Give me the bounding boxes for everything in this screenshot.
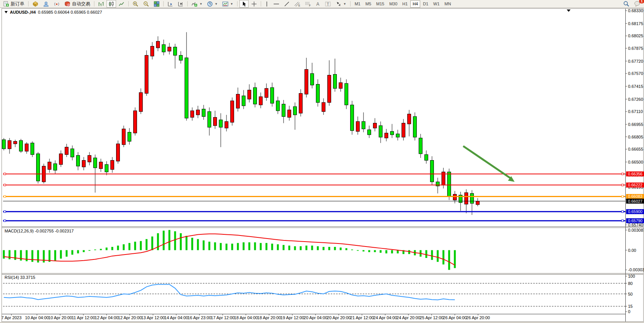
toolbar: 新订单 自动交易 ▼ ▼ ▼ E F A T ▼ — [0, 0, 644, 8]
fibonacci-button[interactable]: F — [303, 0, 313, 8]
tile-windows-button[interactable] — [152, 0, 161, 8]
timeframe-m1[interactable]: M1 — [352, 0, 363, 8]
signal-icon — [54, 1, 60, 7]
dropdown-caret: ▼ — [215, 2, 218, 6]
timeframe-mn[interactable]: MN — [442, 0, 453, 8]
timeframe-m30[interactable]: M30 — [387, 0, 400, 8]
price-axis[interactable] — [625, 9, 644, 313]
chart-title: AUDUSD-,H4 0.65985 0.66064 0.65965 0.660… — [5, 10, 102, 14]
toolbar-separator — [237, 1, 238, 6]
zoom-in-button[interactable] — [131, 0, 140, 8]
vertical-line-button[interactable] — [263, 0, 271, 8]
autotrade-label: 自动交易 — [72, 1, 90, 7]
timeframe-w1[interactable]: W1 — [431, 0, 442, 8]
svg-text:A: A — [316, 2, 319, 7]
autotrade-icon — [64, 1, 70, 7]
chart-window[interactable] — [2, 8, 644, 322]
hline-icon — [273, 1, 279, 7]
add-indicator-button[interactable]: ▼ — [190, 0, 204, 8]
toolbar-separator — [94, 1, 94, 6]
cursor-icon — [241, 1, 247, 7]
chat-unread-badge: 1 — [639, 0, 644, 3]
zoom-out-icon — [143, 1, 149, 7]
market-watch-button[interactable] — [30, 0, 40, 8]
timeframe-d1[interactable]: D1 — [421, 0, 430, 8]
channel-button[interactable]: E — [292, 0, 302, 8]
svg-text:E: E — [298, 4, 300, 7]
signals-button[interactable] — [52, 0, 62, 8]
new-order-button[interactable]: 新订单 — [2, 0, 26, 8]
channel-icon: E — [294, 1, 300, 7]
horizontal-line-button[interactable] — [271, 0, 281, 8]
trading-terminal: 新订单 自动交易 ▼ ▼ ▼ E F A T ▼ — [0, 0, 644, 323]
candlestick-icon — [108, 1, 114, 7]
bar-chart-icon — [98, 1, 104, 7]
cube-icon — [32, 1, 38, 7]
templates-button[interactable]: ▼ — [220, 0, 235, 8]
bar-chart-button[interactable] — [96, 0, 106, 8]
timeframe-m15[interactable]: M15 — [374, 0, 386, 8]
line-chart-button[interactable] — [117, 0, 126, 8]
svg-text:T: T — [327, 2, 329, 6]
crosshair-button[interactable] — [249, 0, 259, 8]
zoom-out-button[interactable] — [141, 0, 151, 8]
fibonacci-icon: F — [305, 1, 311, 7]
trendline-icon — [284, 1, 290, 7]
text-icon: A — [316, 1, 320, 7]
timeframe-h4[interactable]: H4 — [410, 0, 420, 8]
time-axis[interactable] — [2, 314, 625, 322]
toolbar-separator — [187, 1, 188, 6]
crosshair-icon — [251, 1, 257, 7]
rsi-label: RSI(14) 33.3715 — [5, 275, 35, 280]
expert-icon — [43, 1, 49, 7]
timeframe-group: M1M5M15M30H1H4D1W1MN — [352, 0, 453, 8]
trendline-button[interactable] — [282, 0, 292, 8]
dropdown-caret: ▼ — [230, 2, 233, 6]
toolbar-separator — [128, 1, 129, 6]
toolbar-separator — [28, 1, 29, 6]
chart-shift-button[interactable] — [176, 0, 185, 8]
vline-icon — [265, 1, 269, 7]
periods-button[interactable]: ▼ — [205, 0, 220, 8]
autotrade-button[interactable]: 自动交易 — [62, 0, 92, 8]
search-button[interactable] — [621, 0, 631, 8]
chevron-down-icon[interactable] — [5, 11, 8, 13]
chat-button[interactable]: 1 — [632, 0, 642, 8]
template-icon — [222, 1, 228, 7]
add-indicator-icon — [191, 1, 198, 7]
shapes-icon — [336, 1, 341, 7]
chart-symbol-period: AUDUSD-,H4 — [10, 10, 36, 14]
tile-windows-icon — [154, 1, 159, 7]
line-chart-icon — [119, 1, 124, 7]
toolbar-separator — [261, 1, 261, 6]
cursor-button[interactable] — [239, 0, 249, 8]
search-icon — [623, 1, 630, 7]
timeframe-h1[interactable]: H1 — [400, 0, 410, 8]
chart-shift-icon — [178, 1, 183, 7]
macd-label: MACD(12,26,9) -0.002755 -0.002317 — [5, 229, 74, 233]
text-label-icon: T — [325, 1, 331, 7]
shapes-button[interactable]: ▼ — [334, 0, 348, 8]
toolbar-separator — [163, 1, 164, 6]
zoom-in-icon — [132, 1, 139, 7]
dropdown-caret: ▼ — [199, 2, 202, 6]
candlestick-button[interactable] — [107, 0, 116, 8]
toolbar-separator — [350, 1, 351, 6]
timeframe-m5[interactable]: M5 — [363, 0, 373, 8]
svg-text:F: F — [309, 4, 311, 7]
dropdown-caret: ▼ — [343, 2, 346, 6]
text-button[interactable]: A — [314, 0, 322, 8]
auto-scroll-icon — [167, 1, 173, 7]
expert-advisor-button[interactable] — [41, 0, 51, 8]
chart-ohlc-values: 0.65985 0.66064 0.65965 0.66027 — [38, 10, 102, 14]
period-clock-icon — [207, 1, 213, 7]
new-order-label: 新订单 — [11, 1, 24, 7]
auto-scroll-button[interactable] — [166, 0, 175, 8]
text-label-button[interactable]: T — [323, 0, 333, 8]
new-order-icon — [3, 1, 9, 7]
